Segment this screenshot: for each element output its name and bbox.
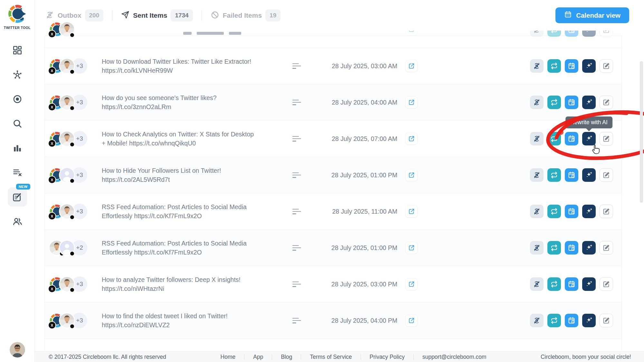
- reschedule-button[interactable]: [565, 205, 578, 218]
- edit-icon: [602, 317, 610, 324]
- tweet-text: How to Check Analytics on Twitter: X Sta…: [102, 130, 292, 148]
- retweet-button[interactable]: [547, 96, 561, 109]
- tweet-line-2: https://t.co/kLVNHeR99W: [102, 66, 292, 75]
- rewrite-ai-button[interactable]: [582, 59, 596, 73]
- table-row[interactable]: X+3How to find the oldest tweet I liked …: [45, 302, 621, 339]
- edit-button[interactable]: [600, 314, 613, 327]
- table-row[interactable]: X+3How to Hide Your Followers List on Tw…: [45, 157, 621, 193]
- reschedule-button[interactable]: [565, 168, 578, 182]
- blocked-icon: [211, 11, 219, 19]
- table-row[interactable]: X+3How to analyze Twitter followers: Dee…: [45, 266, 621, 302]
- requeue-button[interactable]: [530, 241, 544, 255]
- avatar-stack: +2: [50, 240, 95, 255]
- retweet-button[interactable]: [547, 59, 561, 73]
- edit-button[interactable]: [600, 241, 613, 255]
- table-row[interactable]: X+3RSS Feed Automation: Post Articles to…: [45, 193, 621, 230]
- open-tweet-button[interactable]: [405, 96, 418, 108]
- sidebar-item-target[interactable]: [0, 87, 34, 111]
- retweet-button[interactable]: [547, 241, 561, 255]
- footer-link[interactable]: Home: [212, 354, 244, 360]
- scheduled-date: 28 July 2025, 07:00 AM: [312, 135, 397, 143]
- calendar-view-button[interactable]: Calendar view: [555, 7, 629, 23]
- edit-button[interactable]: [600, 96, 613, 109]
- open-tweet-button[interactable]: [405, 314, 418, 327]
- footer-link[interactable]: Blog: [272, 354, 301, 360]
- tweet-line-2: Effortlessly https://t.co/Kf7FmL9x2O: [102, 211, 292, 220]
- tab-outbox[interactable]: Outbox 200: [45, 9, 112, 22]
- sidebar-item-compose[interactable]: NEW: [0, 185, 34, 209]
- edit-button[interactable]: [600, 277, 613, 291]
- scheduled-date: 28 July 2025, 03:00 AM: [312, 62, 397, 70]
- edit-button[interactable]: [600, 59, 613, 73]
- avatar-stack: X+3: [50, 276, 95, 292]
- footer-link[interactable]: Terms of Service: [301, 354, 360, 360]
- footer-link[interactable]: support@circleboom.com: [414, 354, 495, 360]
- edit-icon: [602, 280, 610, 288]
- open-tweet-button[interactable]: [405, 205, 418, 218]
- retweet-button[interactable]: [547, 277, 561, 291]
- rewrite-ai-button[interactable]: [582, 277, 596, 291]
- profile-avatar[interactable]: [10, 342, 25, 357]
- sidebar-item-search[interactable]: [0, 111, 34, 136]
- reschedule-button[interactable]: [565, 96, 578, 109]
- table-row[interactable]: X+3How to Download Twitter Likes: Twitte…: [45, 48, 621, 84]
- requeue-button[interactable]: [530, 96, 544, 109]
- footer-link[interactable]: Privacy Policy: [361, 354, 413, 360]
- rewrite-ai-button[interactable]: [582, 168, 596, 182]
- sidebar-item-connections[interactable]: [0, 62, 34, 87]
- tab-count-badge: 19: [265, 9, 280, 22]
- rewrite-ai-button[interactable]: [582, 132, 596, 145]
- requeue-button[interactable]: [530, 59, 544, 73]
- retweet-button[interactable]: [547, 205, 561, 218]
- tab-failed-items[interactable]: Failed Items 19: [202, 9, 289, 22]
- x-platform-badge: X: [48, 176, 56, 184]
- reschedule-button[interactable]: [565, 314, 578, 327]
- requeue-icon: [533, 98, 541, 106]
- rewrite-ai-button[interactable]: [582, 314, 596, 327]
- requeue-button[interactable]: [530, 314, 544, 327]
- open-tweet-button[interactable]: [405, 278, 418, 290]
- retweet-button[interactable]: [547, 168, 561, 182]
- open-tweet-button[interactable]: [405, 242, 418, 254]
- paper-plane-icon: [121, 11, 129, 20]
- reschedule-icon: [568, 208, 575, 215]
- sidebar-item-dashboard[interactable]: [0, 38, 34, 62]
- app-root: TWITTER TOOL NEW Outbox 200 Sent Items 1…: [0, 0, 644, 362]
- edit-button[interactable]: [600, 132, 613, 145]
- text-align-icon: [292, 98, 301, 107]
- table-row[interactable]: X+3How do you see someone's Twitter like…: [45, 84, 621, 121]
- requeue-button[interactable]: [530, 132, 544, 145]
- reschedule-button[interactable]: [565, 277, 578, 291]
- edit-button[interactable]: [600, 168, 613, 182]
- external-icon: [408, 135, 415, 142]
- sidebar-item-list-remove[interactable]: [0, 160, 34, 185]
- reschedule-button[interactable]: [565, 132, 578, 145]
- requeue-button[interactable]: [530, 277, 544, 291]
- open-tweet-button[interactable]: [405, 133, 418, 145]
- sidebar-item-users[interactable]: [0, 209, 34, 234]
- rewrite-ai-button[interactable]: [582, 205, 596, 218]
- avatar-stack: X+3: [50, 204, 95, 219]
- tab-count-badge: 200: [85, 9, 104, 22]
- table-row[interactable]: +2RSS Feed Automation: Post Articles to …: [45, 230, 621, 266]
- rewrite-ai-button[interactable]: [582, 96, 596, 109]
- sidebar-item-analytics[interactable]: [0, 136, 34, 160]
- plane-icon: [121, 11, 129, 19]
- avatar-stack: X+3: [50, 167, 95, 183]
- requeue-button[interactable]: [530, 205, 544, 218]
- requeue-icon: [45, 11, 54, 19]
- scrollbar[interactable]: [640, 61, 643, 203]
- rewrite-ai-button[interactable]: [582, 241, 596, 255]
- scheduled-date: 28 July 2025, 11:00 AM: [312, 208, 397, 215]
- footer-link[interactable]: App: [244, 354, 272, 360]
- reschedule-button[interactable]: [565, 241, 578, 255]
- reschedule-button[interactable]: [565, 59, 578, 73]
- platform-dot-badge: [70, 215, 75, 220]
- open-tweet-button[interactable]: [405, 60, 418, 72]
- edit-button[interactable]: [600, 205, 613, 218]
- tab-sent-items[interactable]: Sent Items 1734: [112, 9, 201, 22]
- retweet-button[interactable]: [547, 314, 561, 327]
- table-row[interactable]: X+3How to Check Analytics on Twitter: X …: [45, 121, 621, 157]
- requeue-button[interactable]: [530, 168, 544, 182]
- open-tweet-button[interactable]: [405, 169, 418, 181]
